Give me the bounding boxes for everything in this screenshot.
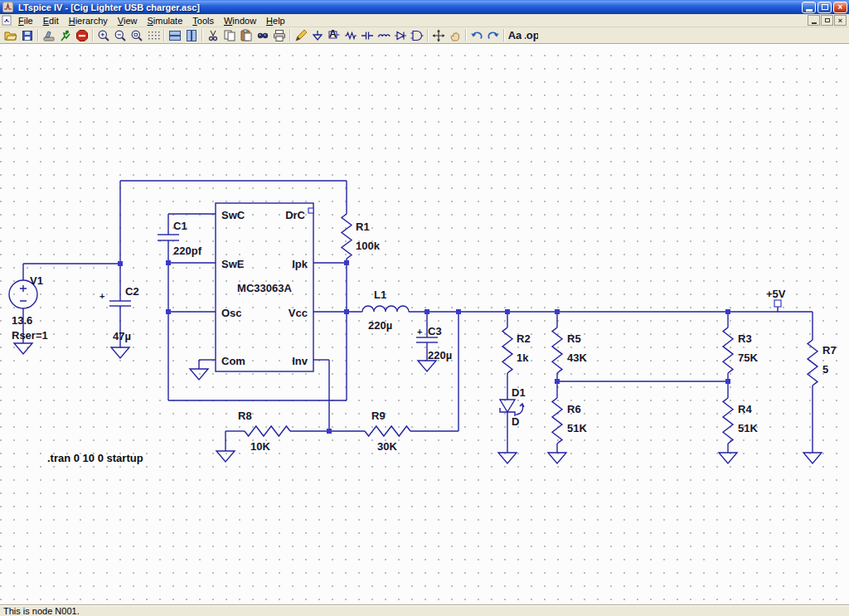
tool-text-button[interactable]: Aa <box>507 28 523 43</box>
tool-run-button[interactable] <box>57 28 74 43</box>
text-schematic-directive[interactable]: .tran 0 10 0 startup <box>47 452 143 464</box>
text-c1-value[interactable]: 220pf <box>173 245 202 257</box>
minimize-button[interactable] <box>802 2 816 13</box>
text-pins-inv[interactable]: Inv <box>292 355 308 367</box>
resistor-r4[interactable] <box>723 398 733 444</box>
resistor-r6[interactable] <box>552 398 562 444</box>
text-r8-value[interactable]: 10K <box>250 440 270 453</box>
tool-zoom-out-button[interactable] <box>112 28 129 43</box>
tool-component-button[interactable] <box>409 28 425 43</box>
ground-symbol[interactable] <box>190 369 208 380</box>
tool-spice-directive-button[interactable]: .op <box>523 28 540 43</box>
text-r4-ref[interactable]: R4 <box>738 403 752 415</box>
menu-edit[interactable]: Edit <box>38 15 64 27</box>
text-pins-drc[interactable]: DrC <box>285 209 305 221</box>
tool-tile-vertical-button[interactable] <box>183 28 200 43</box>
tool-undo-button[interactable] <box>468 28 485 43</box>
tool-save-button[interactable] <box>19 28 36 43</box>
resistor-r9[interactable] <box>365 426 410 436</box>
text-r6-value[interactable]: 51K <box>567 422 587 434</box>
menu-view[interactable]: View <box>113 15 143 27</box>
text-r3-ref[interactable]: R3 <box>738 332 752 345</box>
tool-find-button[interactable] <box>255 28 271 43</box>
resistor-r3[interactable] <box>723 327 733 373</box>
menu-window[interactable]: Window <box>219 15 261 27</box>
text-r8-ref[interactable]: R8 <box>238 410 252 422</box>
text-r7-ref[interactable]: R7 <box>822 344 837 357</box>
restore-button[interactable] <box>817 2 832 13</box>
text-r7-value[interactable]: 5 <box>822 363 828 376</box>
text-c2-polarity[interactable]: + <box>99 291 104 301</box>
tool-wire-button[interactable] <box>293 28 309 43</box>
text-pins-com[interactable]: Com <box>221 355 245 367</box>
resistor-r2[interactable] <box>502 327 512 373</box>
ground-symbol[interactable] <box>216 451 235 462</box>
inductor-l1[interactable] <box>362 306 409 312</box>
child-restore-button[interactable] <box>821 15 833 26</box>
text-r9-value[interactable]: 30K <box>377 440 397 453</box>
child-close-button[interactable]: × <box>834 15 847 26</box>
text-v1-value[interactable]: 13.6 <box>12 314 32 327</box>
ground-symbol[interactable] <box>498 453 517 463</box>
tool-resistor-button[interactable] <box>342 28 359 43</box>
menu-tools[interactable]: Tools <box>187 15 219 27</box>
text-r2-ref[interactable]: R2 <box>517 332 531 345</box>
menu-help[interactable]: Help <box>261 15 290 27</box>
text-c3-value[interactable]: 220µ <box>428 349 452 361</box>
text-l1-value[interactable]: 220µ <box>368 319 392 332</box>
menu-simulate[interactable]: Simulate <box>142 15 187 27</box>
ground-symbol[interactable] <box>803 453 822 463</box>
text-pins-swe[interactable]: SwE <box>221 258 245 270</box>
tool-paste-button[interactable] <box>238 28 255 43</box>
text-ic-name[interactable]: MC33063A <box>237 282 292 294</box>
tool-drag-button[interactable] <box>447 28 463 43</box>
tool-label-net-button[interactable]: A <box>326 28 342 43</box>
text-pins-vcc[interactable]: Vcc <box>289 307 308 319</box>
tool-grid-button[interactable] <box>145 28 162 43</box>
ground-symbol[interactable] <box>418 361 436 371</box>
diode-d1[interactable] <box>500 400 515 412</box>
child-minimize-button[interactable] <box>808 15 820 26</box>
tool-tile-horizontal-button[interactable] <box>167 28 183 43</box>
text-pins-osc[interactable]: Osc <box>221 307 242 319</box>
tool-ground-button[interactable] <box>309 28 326 43</box>
text-pins-swc[interactable]: SwC <box>221 209 245 221</box>
text-c1-ref[interactable]: C1 <box>173 220 187 232</box>
text-v1-param[interactable]: Rser=1 <box>12 329 48 342</box>
text-r1-value[interactable]: 100k <box>356 240 381 252</box>
text-r3-value[interactable]: 75K <box>738 352 758 364</box>
ground-symbol[interactable] <box>14 343 32 354</box>
menu-file[interactable]: File <box>13 15 38 27</box>
text-v1-ref[interactable]: V1 <box>30 274 43 287</box>
ground-symbol[interactable] <box>548 453 566 463</box>
tool-redo-button[interactable] <box>485 28 502 43</box>
tool-zoom-full-button[interactable] <box>129 28 145 43</box>
ground-symbol[interactable] <box>111 347 129 358</box>
tool-inductor-button[interactable] <box>376 28 392 43</box>
text-r4-value[interactable]: 51K <box>738 422 758 434</box>
tool-diode-button[interactable] <box>392 28 409 43</box>
tool-zoom-in-button[interactable] <box>95 28 112 43</box>
text-d1-value[interactable]: D <box>512 415 519 428</box>
tool-copy-button[interactable] <box>221 28 238 43</box>
text-r6-ref[interactable]: R6 <box>567 403 581 415</box>
text-r5-ref[interactable]: R5 <box>567 332 581 345</box>
ground-symbol[interactable] <box>719 453 737 463</box>
resistor-r5[interactable] <box>552 327 562 373</box>
resistor-r1[interactable] <box>342 214 352 259</box>
text-schematic-net_label[interactable]: +5V <box>766 288 786 300</box>
tool-capacitor-button[interactable] <box>359 28 376 43</box>
text-r1-ref[interactable]: R1 <box>356 221 370 233</box>
text-r9-ref[interactable]: R9 <box>371 410 386 422</box>
text-l1-ref[interactable]: L1 <box>374 289 386 301</box>
text-pins-ipk[interactable]: Ipk <box>292 258 308 270</box>
close-button[interactable]: × <box>833 2 847 13</box>
resistor-r8[interactable] <box>245 426 290 436</box>
resistor-r7[interactable] <box>808 340 817 386</box>
tool-control-panel-button[interactable] <box>41 28 57 43</box>
text-d1-ref[interactable]: D1 <box>512 386 526 399</box>
text-c2-ref[interactable]: C2 <box>125 285 139 298</box>
tool-print-button[interactable] <box>271 28 288 43</box>
text-r2-value[interactable]: 1k <box>517 352 529 364</box>
net-port-plus5v[interactable] <box>774 300 781 307</box>
